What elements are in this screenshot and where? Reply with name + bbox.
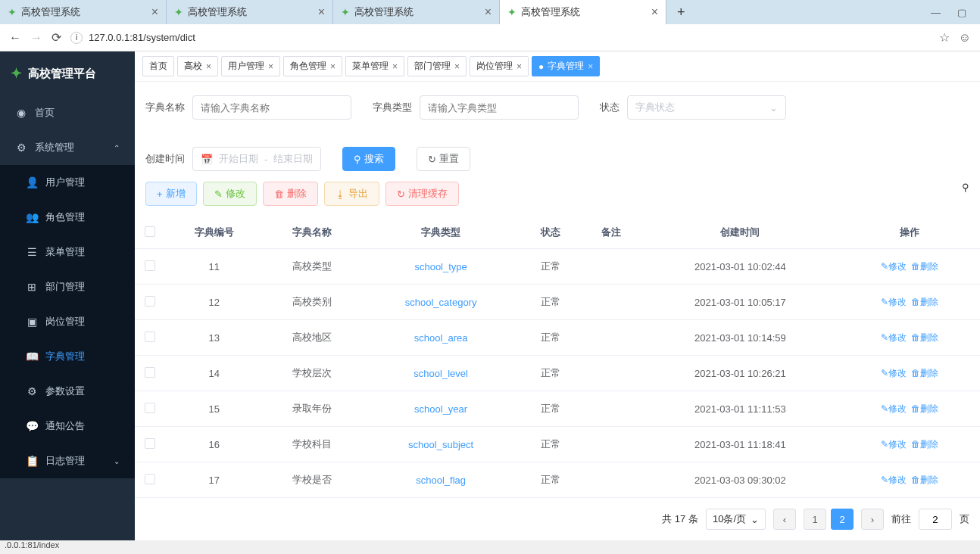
filter-name-input[interactable] bbox=[192, 95, 351, 120]
delete-button[interactable]: 🗑删除 bbox=[263, 182, 318, 206]
sidebar-item-gear[interactable]: ⚙系统管理⌃ bbox=[0, 130, 135, 165]
sidebar-item-log[interactable]: 📋日志管理⌄ bbox=[0, 444, 135, 478]
sidebar-item-tree[interactable]: ⊞部门管理 bbox=[0, 269, 135, 304]
add-button[interactable]: +新增 bbox=[145, 182, 197, 206]
reload-icon[interactable]: ⟳ bbox=[51, 30, 61, 45]
close-icon[interactable]: × bbox=[454, 61, 460, 72]
row-edit-button[interactable]: ✎修改 bbox=[881, 368, 907, 378]
row-edit-button[interactable]: ✎修改 bbox=[881, 297, 907, 307]
close-icon[interactable]: × bbox=[517, 61, 522, 72]
cell-type[interactable]: school_subject bbox=[361, 427, 521, 462]
cell-status: 正常 bbox=[520, 285, 581, 320]
page-tab[interactable]: 菜单管理× bbox=[345, 56, 404, 76]
sidebar-item-dashboard[interactable]: ◉首页 bbox=[0, 95, 135, 130]
row-checkbox[interactable] bbox=[145, 260, 155, 271]
bookmark-icon[interactable]: ☆ bbox=[939, 30, 950, 45]
row-delete-button[interactable]: 🗑删除 bbox=[911, 403, 938, 414]
row-checkbox[interactable] bbox=[145, 331, 155, 342]
page-tab[interactable]: 首页 bbox=[142, 56, 174, 76]
page-tab[interactable]: 部门管理× bbox=[407, 56, 467, 76]
checkbox-all[interactable] bbox=[145, 226, 155, 237]
row-checkbox[interactable] bbox=[145, 296, 155, 307]
cell-type[interactable]: school_type bbox=[361, 249, 521, 285]
pager-size-select[interactable]: 10条/页⌄ bbox=[706, 509, 766, 530]
edit-button[interactable]: ✎修改 bbox=[203, 182, 257, 206]
cell-type[interactable]: school_level bbox=[361, 356, 521, 391]
row-checkbox[interactable] bbox=[145, 438, 155, 449]
clear-cache-button[interactable]: ↻清理缓存 bbox=[385, 182, 459, 206]
row-delete-button[interactable]: 🗑删除 bbox=[911, 297, 938, 307]
row-edit-button[interactable]: ✎修改 bbox=[881, 332, 907, 343]
row-edit-button[interactable]: ✎修改 bbox=[881, 475, 907, 485]
row-checkbox[interactable] bbox=[145, 474, 155, 484]
sidebar-item-user[interactable]: 👤用户管理 bbox=[0, 165, 135, 200]
sidebar-item-dict[interactable]: 📖字典管理 bbox=[0, 339, 135, 374]
url-box[interactable]: i 127.0.0.1:81/system/dict bbox=[70, 32, 930, 44]
pager-next[interactable]: › bbox=[861, 509, 884, 530]
back-icon[interactable]: ← bbox=[9, 31, 21, 45]
info-icon[interactable]: i bbox=[70, 32, 83, 44]
cell-type[interactable]: school_year bbox=[361, 391, 521, 427]
close-icon[interactable]: × bbox=[485, 5, 492, 19]
browser-tab[interactable]: ✦高校管理系统× bbox=[333, 0, 500, 24]
maximize-icon[interactable]: ▢ bbox=[957, 7, 966, 18]
row-delete-button[interactable]: 🗑删除 bbox=[911, 475, 938, 485]
filter-date-range[interactable]: 📅 开始日期 - 结束日期 bbox=[192, 147, 321, 171]
reset-button[interactable]: ↻ 重置 bbox=[417, 147, 470, 171]
sidebar-item-post[interactable]: ▣岗位管理 bbox=[0, 304, 135, 339]
cell-type[interactable]: school_flag bbox=[361, 462, 521, 498]
close-icon[interactable]: × bbox=[151, 5, 158, 19]
filter-status-select[interactable]: 字典状态 ⌄ bbox=[627, 95, 786, 120]
row-edit-button[interactable]: ✎修改 bbox=[881, 439, 907, 450]
sidebar-item-users[interactable]: 👥角色管理 bbox=[0, 200, 135, 235]
start-date-placeholder: 开始日期 bbox=[219, 152, 258, 166]
sidebar-item-notice[interactable]: 💬通知公告 bbox=[0, 409, 135, 444]
browser-tab[interactable]: ✦高校管理系统× bbox=[500, 0, 666, 24]
cell-type[interactable]: school_category bbox=[361, 285, 521, 320]
pager-page[interactable]: 2 bbox=[831, 509, 854, 530]
browser-tab[interactable]: ✦高校管理系统× bbox=[167, 0, 333, 24]
row-edit-button[interactable]: ✎修改 bbox=[881, 261, 907, 272]
row-delete-button[interactable]: 🗑删除 bbox=[911, 261, 938, 272]
page-tab-label: 用户管理 bbox=[228, 60, 264, 73]
filter-type-input[interactable] bbox=[420, 95, 579, 120]
page-tab[interactable]: 岗位管理× bbox=[470, 56, 529, 76]
export-button[interactable]: ⭳导出 bbox=[324, 182, 379, 206]
browser-tab[interactable]: ✦高校管理系统× bbox=[0, 0, 167, 24]
app-title: 高校管理平台 bbox=[28, 67, 96, 81]
cell-id: 12 bbox=[165, 285, 263, 320]
search-icon[interactable]: ⚲ bbox=[962, 182, 969, 206]
table-header: 操作 bbox=[838, 216, 980, 249]
profile-icon[interactable]: ☺ bbox=[959, 31, 971, 45]
forward-icon[interactable]: → bbox=[30, 31, 42, 45]
pager-page[interactable]: 1 bbox=[804, 509, 826, 530]
page-tab[interactable]: 角色管理× bbox=[283, 56, 342, 76]
page-tab[interactable]: ●字典管理× bbox=[532, 56, 600, 76]
row-edit-button[interactable]: ✎修改 bbox=[881, 403, 907, 414]
page-tab[interactable]: 高校× bbox=[177, 56, 218, 76]
close-icon[interactable]: × bbox=[318, 5, 325, 19]
close-icon[interactable]: × bbox=[268, 61, 273, 72]
close-icon[interactable]: × bbox=[206, 61, 211, 72]
close-icon[interactable]: × bbox=[588, 61, 593, 72]
row-checkbox[interactable] bbox=[145, 403, 155, 413]
page-tab[interactable]: 用户管理× bbox=[221, 56, 280, 76]
row-delete-button[interactable]: 🗑删除 bbox=[911, 368, 938, 378]
cell-status: 正常 bbox=[520, 427, 581, 462]
close-icon[interactable]: × bbox=[330, 61, 336, 72]
new-tab-button[interactable]: + bbox=[666, 5, 696, 20]
cell-type[interactable]: school_area bbox=[361, 320, 521, 356]
pager-prev[interactable]: ‹ bbox=[773, 509, 796, 530]
close-icon[interactable]: × bbox=[392, 61, 398, 72]
minimize-icon[interactable]: — bbox=[931, 7, 941, 18]
row-delete-button[interactable]: 🗑删除 bbox=[911, 332, 938, 343]
search-button[interactable]: ⚲ 搜索 bbox=[342, 147, 395, 171]
sidebar-item-param[interactable]: ⚙参数设置 bbox=[0, 374, 135, 409]
table-row: 17 学校是否 school_flag 正常 2021-03-03 09:30:… bbox=[135, 462, 980, 498]
close-icon[interactable]: × bbox=[651, 5, 658, 19]
leaf-icon: ✦ bbox=[507, 6, 517, 18]
sidebar-item-menu[interactable]: ☰菜单管理 bbox=[0, 235, 135, 269]
pager-goto-input[interactable] bbox=[919, 509, 952, 530]
row-delete-button[interactable]: 🗑删除 bbox=[911, 439, 938, 450]
row-checkbox[interactable] bbox=[145, 367, 155, 378]
